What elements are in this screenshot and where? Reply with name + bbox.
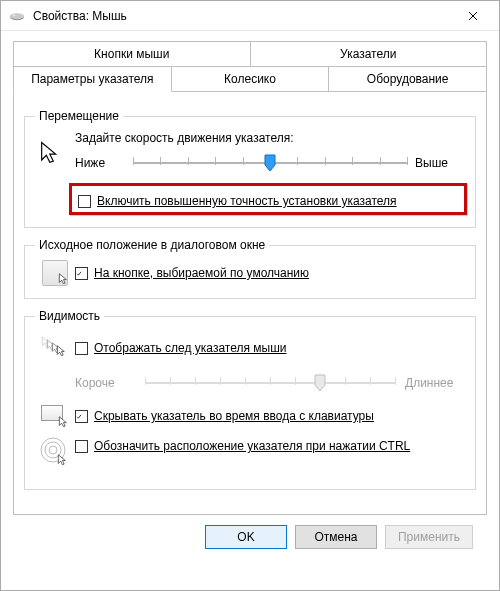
ctrl-locate-icon xyxy=(35,437,75,467)
trail-long-label: Длиннее xyxy=(405,376,465,390)
pointer-trail-checkbox[interactable] xyxy=(75,342,88,355)
pointer-trail-icon xyxy=(35,335,75,361)
group-movement-legend: Перемещение xyxy=(35,109,123,123)
pointer-speed-label: Задайте скорость движения указателя: xyxy=(75,131,465,145)
cancel-button[interactable]: Отмена xyxy=(295,525,377,549)
tab-pointer-options[interactable]: Параметры указателя xyxy=(13,66,172,92)
speed-fast-label: Выше xyxy=(415,156,465,170)
ctrl-locate-checkbox[interactable] xyxy=(75,440,88,453)
ok-button[interactable]: OK xyxy=(205,525,287,549)
tab-hardware[interactable]: Оборудование xyxy=(329,66,487,92)
tab-wheel[interactable]: Колесико xyxy=(172,66,330,92)
client-area: Кнопки мыши Указатели Параметры указател… xyxy=(1,31,499,573)
tab-row-top: Кнопки мыши Указатели xyxy=(13,41,487,67)
group-visibility-legend: Видимость xyxy=(35,309,104,323)
tab-buttons[interactable]: Кнопки мыши xyxy=(13,41,251,67)
snapto-icon xyxy=(35,260,75,286)
apply-button: Применить xyxy=(385,525,473,549)
precision-highlight: Включить повышенную точность установки у… xyxy=(69,183,467,215)
hide-typing-label[interactable]: Скрывать указатель во время ввода с клав… xyxy=(94,409,374,423)
snapto-label[interactable]: На кнопке, выбираемой по умолчанию xyxy=(94,266,309,280)
hide-typing-icon xyxy=(35,405,75,427)
pointer-speed-slider[interactable] xyxy=(133,151,407,175)
svg-point-2 xyxy=(13,14,15,16)
group-snapto: Исходное положение в диалоговом окне xyxy=(24,238,476,299)
dialog-window: Свойства: Мышь Кнопки мыши Указатели Пар… xyxy=(0,0,500,591)
group-movement: Перемещение Задайте скорость движения ук… xyxy=(24,109,476,228)
ctrl-locate-label[interactable]: Обозначить расположение указателя при на… xyxy=(94,439,410,453)
group-snapto-legend: Исходное положение в диалоговом окне xyxy=(35,238,269,252)
snapto-checkbox[interactable] xyxy=(75,267,88,280)
mouse-system-icon xyxy=(9,11,25,21)
group-visibility: Видимость Отображать след указателя мыши xyxy=(24,309,476,490)
enhance-precision-checkbox[interactable] xyxy=(78,195,91,208)
pointer-trail-slider xyxy=(145,371,395,395)
tab-pointers[interactable]: Указатели xyxy=(251,41,488,67)
trail-short-label: Короче xyxy=(75,376,135,390)
titlebar: Свойства: Мышь xyxy=(1,1,499,31)
close-button[interactable] xyxy=(453,2,493,30)
tab-row-bottom: Параметры указателя Колесико Оборудовани… xyxy=(13,66,487,92)
speed-slow-label: Ниже xyxy=(75,156,125,170)
tab-content: Перемещение Задайте скорость движения ук… xyxy=(13,91,487,515)
svg-point-1 xyxy=(10,13,24,19)
hide-typing-checkbox[interactable] xyxy=(75,410,88,423)
pointer-speed-icon xyxy=(35,137,67,169)
dialog-footer: OK Отмена Применить xyxy=(13,515,487,561)
pointer-trail-label[interactable]: Отображать след указателя мыши xyxy=(94,341,287,355)
enhance-precision-label[interactable]: Включить повышенную точность установки у… xyxy=(97,194,397,208)
window-title: Свойства: Мышь xyxy=(33,9,453,23)
